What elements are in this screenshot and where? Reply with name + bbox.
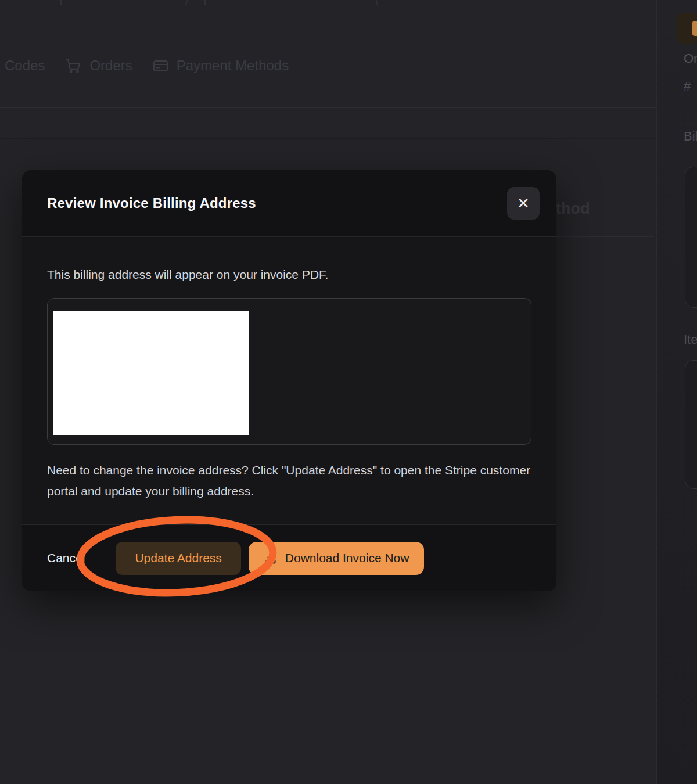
- tab-payment-methods[interactable]: Payment Methods: [152, 56, 289, 75]
- panel-action-icon: [692, 21, 697, 36]
- dialog-description: This billing address will appear on your…: [47, 267, 531, 282]
- tab-codes-label: Codes: [5, 56, 45, 75]
- tab-orders-label: Orders: [89, 56, 132, 75]
- items-card: [685, 360, 697, 489]
- tab-orders[interactable]: Orders: [64, 56, 132, 75]
- clipped-content-mark: [185, 0, 188, 6]
- dialog-help-text: Need to change the invoice address? Clic…: [47, 460, 531, 502]
- update-address-button[interactable]: Update Address: [116, 542, 240, 575]
- download-icon: [264, 551, 278, 565]
- background-tab-bar: Codes Orders Payment Methods: [5, 56, 289, 75]
- order-detail-panel: Or # Bil Ite: [656, 0, 697, 784]
- billing-label-fragment: Bil: [684, 129, 697, 144]
- dialog-body: This billing address will appear on your…: [22, 237, 556, 502]
- background-section-edge: [0, 138, 656, 139]
- download-invoice-label: Download Invoice Now: [285, 551, 409, 565]
- billing-address-preview: [47, 298, 531, 445]
- credit-card-icon: [152, 57, 169, 74]
- background-divider: [0, 107, 656, 108]
- download-invoice-button[interactable]: Download Invoice Now: [249, 542, 425, 575]
- clipped-content-mark: [204, 0, 206, 5]
- order-number-fragment: #: [684, 79, 691, 94]
- tab-codes[interactable]: Codes: [5, 56, 45, 75]
- cart-icon: [64, 57, 82, 74]
- review-invoice-billing-address-dialog: Review Invoice Billing Address ✕ This bi…: [22, 170, 556, 591]
- dialog-footer: Cancel Update Address Download Invoice N…: [22, 524, 556, 591]
- background-heading-fragment: thod: [556, 200, 590, 218]
- tab-payment-methods-label: Payment Methods: [177, 56, 289, 75]
- clipped-content-mark: [376, 0, 379, 6]
- close-button[interactable]: ✕: [507, 187, 540, 220]
- billing-card: [685, 167, 697, 308]
- background-divider: [556, 236, 654, 237]
- panel-action-button[interactable]: [677, 13, 697, 44]
- screen: Codes Orders Payment Methods: [0, 0, 697, 784]
- cancel-button[interactable]: Cancel: [37, 542, 95, 575]
- dialog-header: Review Invoice Billing Address ✕: [22, 170, 556, 237]
- items-label-fragment: Ite: [684, 332, 697, 347]
- redacted-address-block: [53, 311, 249, 435]
- clipped-content-mark: [60, 0, 62, 5]
- dialog-title: Review Invoice Billing Address: [47, 195, 256, 211]
- close-icon: ✕: [517, 196, 530, 211]
- order-label-fragment: Or: [684, 51, 697, 66]
